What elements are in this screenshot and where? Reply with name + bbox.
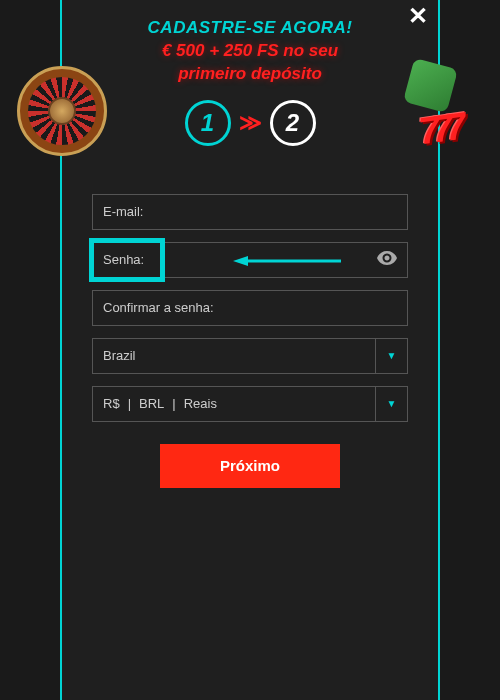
- email-label: E-mail:: [93, 204, 153, 219]
- currency-value[interactable]: R$ | BRL | Reais: [92, 386, 376, 422]
- subtitle-line-2: primeiro depósito: [178, 64, 322, 83]
- currency-symbol: R$: [103, 396, 120, 411]
- step-1-badge: 1: [185, 100, 231, 146]
- confirm-password-field[interactable]: [224, 291, 407, 325]
- chevron-down-icon[interactable]: ▼: [376, 338, 408, 374]
- roulette-icon: [17, 66, 107, 156]
- confirm-password-label: Confirmar a senha:: [93, 300, 224, 315]
- promo-header: 777 CADASTRE-SE AGORA! € 500 + 250 FS no…: [62, 8, 438, 174]
- eye-icon[interactable]: [367, 251, 407, 269]
- promo-subtitle: € 500 + 250 FS no seu primeiro depósito: [82, 40, 418, 86]
- password-field[interactable]: [154, 243, 367, 277]
- signup-modal: ✕ 777 CADASTRE-SE AGORA! € 500 + 250 FS …: [60, 0, 440, 700]
- step-2-badge: 2: [270, 100, 316, 146]
- confirm-password-row[interactable]: Confirmar a senha:: [92, 290, 408, 326]
- divider: |: [172, 396, 175, 411]
- chevron-down-icon[interactable]: ▼: [376, 386, 408, 422]
- email-row[interactable]: E-mail:: [92, 194, 408, 230]
- password-row[interactable]: Senha:: [92, 242, 408, 278]
- email-field[interactable]: [153, 195, 407, 229]
- step-indicator: 1 ≫ 2: [82, 100, 418, 146]
- currency-code: BRL: [139, 396, 164, 411]
- subtitle-line-1: € 500 + 250 FS no seu: [162, 41, 338, 60]
- signup-form: E-mail: Senha: Confirmar a senha: Brazil: [62, 174, 438, 508]
- currency-select[interactable]: R$ | BRL | Reais ▼: [92, 386, 408, 422]
- step-arrow-icon: ≫: [239, 110, 262, 136]
- promo-title: CADASTRE-SE AGORA!: [82, 18, 418, 38]
- currency-name: Reais: [184, 396, 217, 411]
- password-label: Senha:: [93, 252, 154, 267]
- next-button[interactable]: Próximo: [160, 444, 340, 488]
- divider: |: [128, 396, 131, 411]
- country-select[interactable]: Brazil ▼: [92, 338, 408, 374]
- sevens-icon: 777: [416, 105, 461, 153]
- country-value[interactable]: Brazil: [92, 338, 376, 374]
